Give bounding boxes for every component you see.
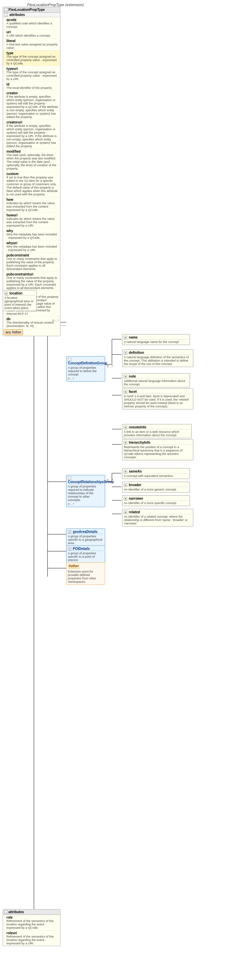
attr-whyuri: whyuri Why the metadata has been include… (3, 240, 60, 253)
attr-dir: dir The directionality of textual conten… (3, 317, 60, 329)
poi-details-box: + POIDetails A group of properties speci… (66, 546, 105, 563)
prop-related-box: + related An identifier of a related con… (122, 509, 193, 527)
def-expand-icon[interactable]: + (124, 351, 127, 355)
cdg-expand-icon[interactable]: - (68, 358, 71, 361)
prop-name-box: + name A natural language name for the c… (122, 334, 190, 345)
cdg-multiplicity: 0 ...* (68, 377, 103, 380)
prop-note-box: + note Additional natural language infor… (122, 373, 190, 387)
main-box-header: - FlexLocationPropType (3, 7, 60, 13)
facet-expand-icon[interactable]: + (124, 390, 127, 393)
bottom-attr-box: - attributes role Refinement of the sema… (3, 909, 60, 946)
prop-broader-label: + broader (124, 483, 188, 487)
diagram-title: FlexLocationPropType (extension) (27, 3, 84, 7)
prop-definition-box: + definition A natural language definiti… (122, 349, 193, 367)
attr-id: id The local identifier of the property. (3, 82, 60, 91)
na-expand-icon[interactable]: + (124, 497, 127, 500)
name-expand-icon[interactable]: + (124, 336, 127, 339)
concept-definition-group-box: - ConceptDefinitionGroup A group of prop… (66, 356, 105, 382)
prop-related-label: + related (124, 510, 192, 514)
attributes-section: - attributes (3, 13, 60, 17)
attr-creator: creator If the attribute is empty, speci… (3, 91, 60, 120)
expand-icon[interactable]: - (5, 8, 8, 11)
attr-type: type The type of the concept assigned as… (3, 51, 60, 66)
attr-pubconstrainturi: pubconstrainturi One or many constraints… (3, 272, 60, 291)
multiplicity-crg-right: 0 ...* (107, 478, 113, 482)
concept-relationships-group-name: - ConceptRelationshipsGroup (68, 476, 103, 484)
bottom-attr-role: role Refinement of the semantics of the … (3, 915, 60, 931)
attr-why: why Why the metadata has been included -… (3, 228, 60, 240)
extension-point-name: #other (68, 564, 80, 568)
geo-area-details-name: + geoAreaDetails (68, 530, 103, 534)
prop-hierarchyinfo-label: + hierarchyInfo (124, 441, 192, 445)
attr-custom: custom If set to true then this property… (3, 171, 60, 197)
attr-pubconstraint: pubconstraint One or many constraints th… (3, 253, 60, 272)
poi-expand-icon[interactable]: + (68, 547, 71, 550)
note-expand-icon[interactable]: + (124, 375, 127, 378)
main-type-box: - FlexLocationPropType - attributes qcod… (3, 7, 60, 336)
location-box-name: + location (5, 291, 35, 296)
prop-broader-box: + broader An identifier of a more generi… (122, 482, 190, 493)
poi-details-name: + POIDetails (68, 547, 103, 551)
main-box-footer: any #other (4, 329, 23, 335)
hi-expand-icon[interactable]: + (124, 441, 127, 444)
br-expand-icon[interactable]: + (124, 484, 127, 487)
sa-expand-icon[interactable]: + (124, 470, 127, 473)
prop-narrower-label: + narrower (124, 496, 188, 501)
prop-sameas-label: + sameAs (124, 469, 188, 474)
prop-facet-box: + facet In NAR 1.8 and later, facet is d… (122, 388, 193, 409)
prop-narrower-box: + narrower An identifier of a more speci… (122, 495, 190, 506)
prop-name-label: + name (124, 336, 188, 340)
location-expand-icon[interactable]: + (5, 292, 8, 295)
attr-howuri: howuri Indicates by which means the valu… (3, 213, 60, 228)
concept-relationships-group-box: - ConceptRelationshipsGroup A group of p… (66, 475, 105, 507)
crg-expand-icon[interactable]: - (68, 477, 71, 480)
diagram-container: FlexLocationPropType (extension) - FlexL… (0, 0, 233, 980)
prop-definition-label: + definition (124, 351, 192, 355)
bottom-box-header: - attributes (3, 910, 60, 915)
attr-expand-icon[interactable]: - (5, 13, 8, 17)
crg-multiplicity: 0 ...* (68, 503, 103, 506)
gad-expand-icon[interactable]: + (68, 530, 71, 534)
concept-definition-group-name: - ConceptDefinitionGroup (68, 358, 103, 365)
multiplicity-location: 0 ...* (52, 319, 59, 322)
attr-typeuri: typeuri The type of the concept assigned… (3, 66, 60, 82)
bottom-attr-roleuri: roleuri Refinement of the semantics of t… (3, 931, 60, 946)
location-element-box: + location A location (geographical area… (3, 290, 36, 311)
prop-facet-label: + facet (124, 390, 192, 394)
attr-how: how Indicates by which means the value w… (3, 197, 60, 213)
bottom-expand-icon[interactable]: - (5, 910, 8, 914)
multiplicity-cdg-right: 0 ...* (107, 365, 113, 368)
attr-literal: literal A free-text value assigned as pr… (3, 38, 60, 51)
attr-uri: uri A URI which identifies a concept. (3, 30, 60, 38)
prop-remoteinfo-box: + remoteInfo A link to an item or a web … (122, 424, 192, 438)
attr-creatoruri: creatoruri If the attribute is empty, sp… (3, 120, 60, 149)
prop-sameas-box: + sameAs A concept with equivalent seman… (122, 468, 190, 479)
re-expand-icon[interactable]: + (124, 511, 127, 514)
geo-area-details-box: + geoAreaDetails A group of properties s… (66, 528, 105, 546)
attr-modified: modified The date (and, optionally, the … (3, 149, 60, 171)
prop-remoteinfo-label: + remoteInfo (124, 425, 190, 430)
prop-note-label: + note (124, 374, 188, 379)
ri-expand-icon[interactable]: + (124, 426, 127, 429)
extension-point-box: #other Extension point for provider-defi… (66, 562, 105, 585)
prop-hierarchyinfo-box: + hierarchyInfo Represents the position … (122, 439, 193, 460)
attr-qcode: qcode A qualified code which identifies … (3, 17, 60, 30)
